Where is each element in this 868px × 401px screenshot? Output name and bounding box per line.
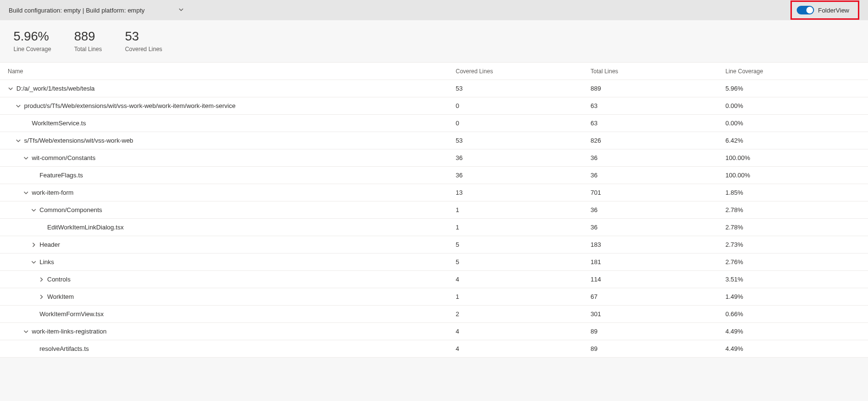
name-cell: WorkItemFormView.tsx xyxy=(8,310,456,318)
summary-line-coverage-value: 5.96% xyxy=(13,29,51,44)
table-row[interactable]: WorkItem1671.49% xyxy=(0,288,868,306)
name-cell: Controls xyxy=(8,276,456,283)
row-coverage: 0.00% xyxy=(725,120,860,127)
folder-view-label: FolderView xyxy=(818,7,849,14)
table-row[interactable]: Controls41143.51% xyxy=(0,271,868,288)
row-name: work-item-form xyxy=(32,189,74,196)
row-covered: 4 xyxy=(456,276,591,283)
row-covered: 36 xyxy=(456,172,591,179)
table-row[interactable]: WorkItemService.ts0630.00% xyxy=(0,115,868,132)
build-config-selector[interactable]: Build configuration: empty | Build platf… xyxy=(9,7,184,14)
chevron-none xyxy=(31,173,37,178)
chevron-none xyxy=(31,346,37,352)
name-cell: resolveArtifacts.ts xyxy=(8,345,456,352)
row-total: 89 xyxy=(591,328,725,335)
row-covered: 13 xyxy=(456,189,591,196)
row-coverage: 2.78% xyxy=(725,224,860,231)
table-body: D:/a/_work/1/tests/web/tesla538895.96%pr… xyxy=(0,80,868,358)
row-covered: 0 xyxy=(456,102,591,109)
chevron-right-icon[interactable] xyxy=(39,277,44,282)
table-row[interactable]: resolveArtifacts.ts4894.49% xyxy=(0,340,868,358)
row-covered: 1 xyxy=(456,206,591,214)
summary-covered-lines-value: 53 xyxy=(125,29,162,44)
chevron-down-icon[interactable] xyxy=(31,259,37,265)
table-row[interactable]: work-item-form137011.85% xyxy=(0,184,868,201)
row-total: 36 xyxy=(591,154,725,161)
table-row[interactable]: product/s/Tfs/Web/extensions/wit/vss-wor… xyxy=(0,97,868,115)
name-cell: Common/Components xyxy=(8,206,456,214)
chevron-down-icon xyxy=(178,7,184,14)
row-total: 181 xyxy=(591,258,725,266)
row-covered: 1 xyxy=(456,293,591,300)
row-coverage: 1.49% xyxy=(725,293,860,300)
row-coverage: 6.42% xyxy=(725,137,860,144)
chevron-down-icon[interactable] xyxy=(23,155,29,161)
chevron-down-icon[interactable] xyxy=(8,86,13,92)
chevron-down-icon[interactable] xyxy=(23,190,29,196)
row-coverage: 2.76% xyxy=(725,258,860,266)
row-coverage: 5.96% xyxy=(725,85,860,92)
name-cell: work-item-form xyxy=(8,189,456,196)
table-row[interactable]: wit-common/Constants3636100.00% xyxy=(0,149,868,167)
table-row[interactable]: FeatureFlags.ts3636100.00% xyxy=(0,167,868,184)
row-total: 183 xyxy=(591,241,725,248)
row-name: WorkItemFormView.tsx xyxy=(39,310,104,318)
name-cell: WorkItemService.ts xyxy=(8,120,456,127)
name-cell: FeatureFlags.ts xyxy=(8,172,456,179)
row-name: product/s/Tfs/Web/extensions/wit/vss-wor… xyxy=(24,102,236,109)
row-name: resolveArtifacts.ts xyxy=(39,345,89,352)
table-row[interactable]: Common/Components1362.78% xyxy=(0,201,868,219)
coverage-table: Name Covered Lines Total Lines Line Cove… xyxy=(0,62,868,358)
col-coverage[interactable]: Line Coverage xyxy=(725,68,860,75)
name-cell: D:/a/_work/1/tests/web/tesla xyxy=(8,85,456,92)
row-coverage: 0.00% xyxy=(725,102,860,109)
row-total: 89 xyxy=(591,345,725,352)
chevron-right-icon[interactable] xyxy=(31,242,37,248)
row-coverage: 100.00% xyxy=(725,154,860,161)
chevron-down-icon[interactable] xyxy=(15,103,21,109)
row-total: 36 xyxy=(591,224,725,231)
row-name: Links xyxy=(39,258,54,266)
table-row[interactable]: s/Tfs/Web/extensions/wit/vss-work-web538… xyxy=(0,132,868,149)
name-cell: wit-common/Constants xyxy=(8,154,456,161)
row-name: WorkItemService.ts xyxy=(32,120,86,127)
summary-total-lines-value: 889 xyxy=(74,29,102,44)
row-total: 301 xyxy=(591,310,725,318)
row-coverage: 4.49% xyxy=(725,345,860,352)
row-coverage: 3.51% xyxy=(725,276,860,283)
row-coverage: 100.00% xyxy=(725,172,860,179)
table-row[interactable]: Links51812.76% xyxy=(0,254,868,271)
row-coverage: 0.66% xyxy=(725,310,860,318)
name-cell: EditWorkItemLinkDialog.tsx xyxy=(8,224,456,231)
col-covered[interactable]: Covered Lines xyxy=(456,68,591,75)
row-name: FeatureFlags.ts xyxy=(39,172,83,179)
row-covered: 5 xyxy=(456,241,591,248)
summary-total-lines: 889 Total Lines xyxy=(74,29,102,53)
row-covered: 53 xyxy=(456,137,591,144)
row-name: Common/Components xyxy=(39,206,102,214)
table-row[interactable]: WorkItemFormView.tsx23010.66% xyxy=(0,306,868,323)
col-total[interactable]: Total Lines xyxy=(591,68,725,75)
row-name: Controls xyxy=(47,276,70,283)
row-coverage: 2.73% xyxy=(725,241,860,248)
chevron-down-icon[interactable] xyxy=(23,329,29,334)
chevron-right-icon[interactable] xyxy=(39,294,44,300)
row-total: 63 xyxy=(591,102,725,109)
table-row[interactable]: D:/a/_work/1/tests/web/tesla538895.96% xyxy=(0,80,868,97)
row-name: WorkItem xyxy=(47,293,74,300)
chevron-down-icon[interactable] xyxy=(15,138,21,144)
row-total: 701 xyxy=(591,189,725,196)
chevron-down-icon[interactable] xyxy=(31,207,37,213)
summary-covered-lines-label: Covered Lines xyxy=(125,46,162,53)
col-name[interactable]: Name xyxy=(8,68,456,75)
row-total: 826 xyxy=(591,137,725,144)
folder-view-toggle[interactable] xyxy=(797,6,814,14)
folder-view-highlight: FolderView xyxy=(790,0,859,20)
table-row[interactable]: EditWorkItemLinkDialog.tsx1362.78% xyxy=(0,219,868,236)
row-covered: 4 xyxy=(456,345,591,352)
table-row[interactable]: work-item-links-registration4894.49% xyxy=(0,323,868,340)
row-total: 63 xyxy=(591,120,725,127)
row-covered: 5 xyxy=(456,258,591,266)
row-covered: 4 xyxy=(456,328,591,335)
table-row[interactable]: Header51832.73% xyxy=(0,236,868,254)
